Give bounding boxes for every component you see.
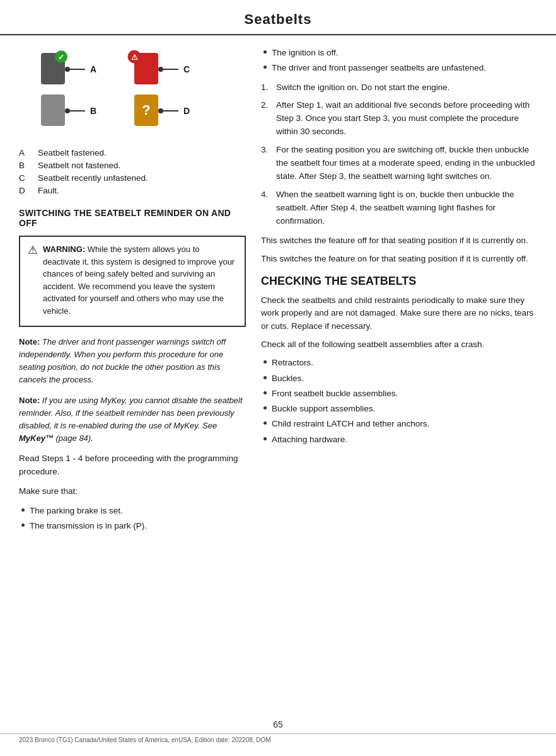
bullet-dot-icon [264, 391, 267, 394]
bullet-dot-icon [264, 421, 267, 425]
page-number: 65 [273, 719, 283, 730]
left-column: ✓ A ⚠ C [19, 47, 246, 539]
page-header: Seatbelts [0, 0, 556, 35]
bullet-child-restraint-text: Child restraint LATCH and tether anchors… [272, 418, 429, 430]
svg-text:D: D [183, 106, 190, 116]
svg-point-18 [158, 108, 163, 113]
step-4: 4. When the seatbelt warning light is on… [261, 188, 537, 228]
warning-triangle-icon: ⚠ [28, 242, 38, 259]
bullet-attaching-hardware: Attaching hardware. [264, 433, 537, 446]
step-1: 1. Switch the ignition on. Do not start … [261, 81, 537, 94]
note-1-text: The driver and front passenger warnings … [19, 337, 226, 384]
bullet-dot-icon [21, 524, 25, 527]
step-3-text: For the seating position you are switchi… [276, 144, 537, 183]
note-2-text-post: (page 84). [54, 433, 93, 443]
checking-heading: CHECKING THE SEATBELTS [261, 275, 537, 288]
warning-text: WARNING: While the system allows you to … [43, 243, 237, 317]
note-1: Note: The driver and front passenger war… [19, 336, 246, 387]
legend-value-C: Seatbelt recently unfastened. [38, 173, 148, 183]
right-column: The ignition is off. The driver and fron… [261, 47, 537, 539]
checking-bullets: Retractors. Buckles. Front seatbelt buck… [261, 357, 537, 446]
read-steps: Read Steps 1 - 4 before proceeding with … [19, 452, 246, 479]
checking-para2: Check all of the following seatbelt asse… [261, 338, 537, 352]
bullet-buckle-support-text: Buckle support assemblies. [272, 403, 375, 415]
legend-value-D: Fault. [38, 186, 59, 195]
legend-key-C: C [19, 173, 29, 183]
warning-title: WARNING: [43, 244, 85, 254]
bullet-ignition-text: The ignition is off. [272, 47, 339, 59]
bullet-dot-icon [21, 508, 25, 512]
legend-value-B: Seatbelt not fastened. [38, 161, 120, 170]
warning-box: ⚠ WARNING: While the system allows you t… [19, 236, 246, 327]
svg-text:C: C [183, 64, 190, 74]
bullet-parking-brake: The parking brake is set. [21, 505, 246, 517]
bullet-child-restraint: Child restraint LATCH and tether anchors… [264, 418, 537, 430]
step-2-num: 2. [261, 99, 271, 139]
bullet-front-seatbelt-text: Front seatbelt buckle assemblies. [272, 387, 398, 400]
content-area: ✓ A ⚠ C [0, 35, 556, 539]
bullet-retractors-text: Retractors. [272, 357, 313, 369]
page-wrapper: Seatbelts ✓ A ⚠ [0, 0, 556, 756]
make-sure-bullets: The parking brake is set. The transmissi… [19, 505, 246, 533]
step-3-num: 3. [261, 144, 271, 183]
bullet-parking-brake-text: The parking brake is set. [30, 505, 123, 517]
bullet-front-seatbelt-buckle: Front seatbelt buckle assemblies. [264, 387, 537, 400]
checking-para1: Check the seatbelts and child restraints… [261, 294, 537, 334]
diagram-svg: ✓ A ⚠ C [22, 47, 224, 135]
legend-item-D: D Fault. [19, 186, 246, 195]
step-1-text: Switch the ignition on. Do not start the… [276, 81, 449, 94]
bullet-attaching-hardware-text: Attaching hardware. [272, 433, 347, 446]
legend-item-A: A Seatbelt fastened. [19, 148, 246, 158]
switches-on-text: This switches the feature on for that se… [261, 253, 537, 266]
switching-heading: SWITCHING THE SEATBELT REMINDER ON AND O… [19, 208, 246, 228]
page-title: Seatbelts [25, 11, 531, 28]
svg-text:⚠: ⚠ [131, 53, 138, 62]
bullet-dot-icon [264, 360, 267, 364]
make-sure-label: Make sure that: [19, 485, 246, 498]
svg-point-9 [158, 67, 163, 72]
bullet-dot-icon [264, 66, 267, 69]
step-1-num: 1. [261, 81, 271, 94]
bullet-buckles: Buckles. [264, 372, 537, 385]
bullet-dot-icon [264, 50, 267, 54]
svg-text:B: B [90, 106, 96, 116]
step-4-num: 4. [261, 188, 271, 228]
bullet-seatbelts-text: The driver and front passenger seatbelts… [272, 62, 486, 74]
bullet-dot-icon [264, 406, 267, 410]
bullet-buckle-support: Buckle support assemblies. [264, 403, 537, 415]
bullet-seatbelts-unfastened: The driver and front passenger seatbelts… [264, 62, 537, 74]
step-2-text: After Step 1, wait an additional five se… [276, 99, 537, 139]
note-2-label: Note: [19, 396, 40, 405]
step-4-text: When the seatbelt warning light is on, b… [276, 188, 537, 228]
note-1-label: Note: [19, 337, 40, 346]
mykey-link: MyKey™ [19, 433, 54, 443]
note-2: Note: If you are using MyKey, you cannot… [19, 394, 246, 445]
legend-value-A: Seatbelt fastened. [38, 148, 107, 158]
legend-key-B: B [19, 161, 29, 170]
warning-body: While the system allows you to deactivat… [43, 244, 235, 316]
top-bullets: The ignition is off. The driver and fron… [261, 47, 537, 75]
svg-text:✓: ✓ [58, 53, 64, 62]
bullet-buckles-text: Buckles. [272, 372, 304, 385]
svg-point-13 [65, 108, 70, 113]
legend: A Seatbelt fastened. B Seatbelt not fast… [19, 148, 246, 195]
page-footer: 65 2023 Bronco (TG1) Canada/United State… [0, 719, 556, 743]
svg-rect-12 [41, 94, 65, 126]
switches-off-text: This switches the feature off for that s… [261, 234, 537, 248]
legend-key-A: A [19, 148, 29, 158]
step-3: 3. For the seating position you are swit… [261, 144, 537, 183]
bullet-dot-icon [264, 437, 267, 440]
legend-item-C: C Seatbelt recently unfastened. [19, 173, 246, 183]
svg-text:?: ? [142, 102, 150, 118]
legend-key-D: D [19, 186, 29, 195]
warning-header: ⚠ WARNING: While the system allows you t… [28, 243, 237, 317]
note-2-text-pre: If you are using MyKey, you cannot disab… [19, 396, 243, 430]
bullet-retractors: Retractors. [264, 357, 537, 369]
footer-note: 2023 Bronco (TG1) Canada/United States o… [0, 733, 556, 743]
bullet-transmission: The transmission is in park (P). [21, 520, 246, 532]
step-2: 2. After Step 1, wait an additional five… [261, 99, 537, 139]
legend-item-B: B Seatbelt not fastened. [19, 161, 246, 170]
bullet-transmission-text: The transmission is in park (P). [30, 520, 147, 532]
svg-text:A: A [90, 64, 96, 74]
numbered-steps: 1. Switch the ignition on. Do not start … [261, 81, 537, 228]
